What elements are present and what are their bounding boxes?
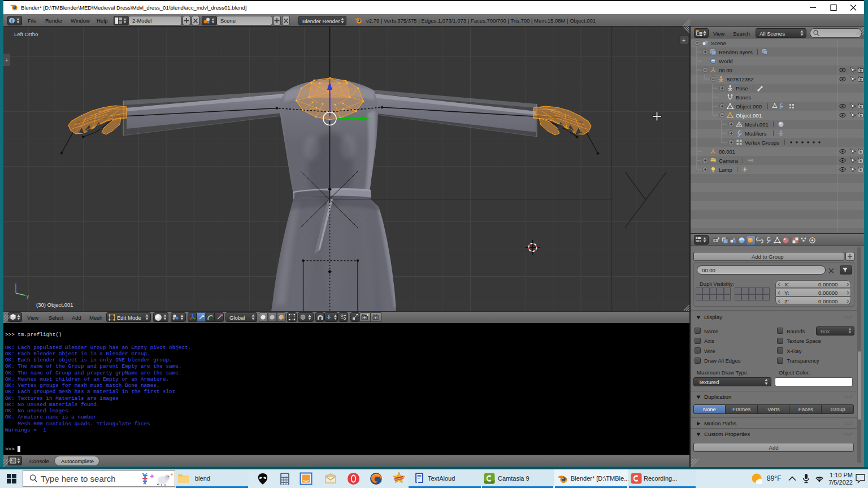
svg-text:y: y bbox=[27, 294, 29, 299]
svg-text:(30) Object.001: (30) Object.001 bbox=[36, 302, 73, 308]
svg-text:+: + bbox=[5, 57, 8, 63]
svg-text:+: + bbox=[682, 37, 685, 43]
svg-text:Left Ortho: Left Ortho bbox=[14, 31, 38, 37]
